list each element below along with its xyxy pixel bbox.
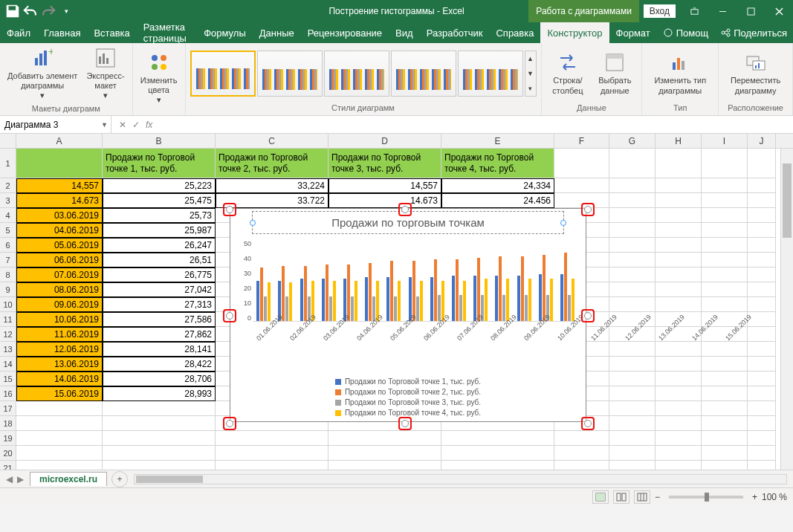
worksheet-grid[interactable]: ABCDEFGHIJ 1Продажи по Торговой точке 1,… bbox=[0, 134, 793, 470]
cell[interactable] bbox=[656, 386, 702, 401]
page-layout-view-icon[interactable] bbox=[613, 490, 629, 504]
cell[interactable]: 33,224 bbox=[216, 178, 328, 193]
cell[interactable] bbox=[16, 431, 103, 446]
redo-icon[interactable] bbox=[40, 3, 56, 19]
chart-styles-gallery[interactable]: ▲▼▾ bbox=[190, 51, 537, 97]
cell[interactable] bbox=[103, 461, 216, 470]
cell[interactable] bbox=[609, 297, 656, 312]
zoom-out-button[interactable]: − bbox=[655, 492, 660, 502]
row-header[interactable]: 17 bbox=[0, 401, 16, 416]
cell[interactable]: 07.06.2019 bbox=[16, 267, 103, 282]
ribbon-tab-3[interactable]: Разметка страницы bbox=[137, 22, 197, 43]
cell[interactable]: 14.673 bbox=[328, 193, 441, 208]
cell[interactable] bbox=[656, 253, 702, 267]
cell[interactable] bbox=[748, 372, 776, 386]
row-header[interactable]: 16 bbox=[0, 386, 16, 401]
cell[interactable] bbox=[656, 357, 702, 372]
cell[interactable]: 06.06.2019 bbox=[16, 253, 103, 267]
col-header[interactable]: A bbox=[16, 134, 103, 148]
cell[interactable] bbox=[748, 223, 776, 238]
cell[interactable]: 11.06.2019 bbox=[16, 327, 103, 342]
cell[interactable] bbox=[748, 149, 776, 178]
minimize-icon[interactable] bbox=[708, 0, 737, 22]
select-all-corner[interactable] bbox=[0, 134, 16, 148]
cell[interactable] bbox=[609, 223, 656, 238]
chart-resize-handle[interactable] bbox=[398, 417, 412, 430]
cell[interactable]: Продажи по Торговой точке 3, тыс. руб. bbox=[328, 149, 441, 178]
cell[interactable]: 24,334 bbox=[441, 178, 554, 193]
cell[interactable] bbox=[748, 446, 776, 461]
cell[interactable]: 28,141 bbox=[103, 342, 216, 357]
cell[interactable] bbox=[702, 386, 748, 401]
col-header[interactable]: F bbox=[554, 134, 609, 148]
cell[interactable] bbox=[16, 461, 103, 470]
cell[interactable] bbox=[103, 416, 216, 431]
cell[interactable] bbox=[328, 431, 441, 446]
gallery-scroll[interactable]: ▲▼▾ bbox=[525, 51, 537, 97]
row-header[interactable]: 1 bbox=[0, 149, 16, 178]
sheet-nav-next-icon[interactable]: ▶ bbox=[17, 474, 24, 484]
cell[interactable]: Продажи по Торговой точке 2, тыс. руб. bbox=[216, 149, 328, 178]
cell[interactable] bbox=[609, 193, 656, 208]
cell[interactable] bbox=[328, 461, 441, 470]
col-header[interactable]: D bbox=[328, 134, 441, 148]
move-chart-button[interactable]: Переместить диаграмму bbox=[723, 49, 788, 97]
cell[interactable] bbox=[748, 431, 776, 446]
cell[interactable] bbox=[748, 357, 776, 372]
cell[interactable] bbox=[656, 401, 702, 416]
cell[interactable] bbox=[656, 431, 702, 446]
row-header[interactable]: 5 bbox=[0, 223, 16, 238]
row-header[interactable]: 21 bbox=[0, 461, 16, 470]
cell[interactable] bbox=[656, 149, 702, 178]
ribbon-tab-1[interactable]: Главная bbox=[37, 22, 87, 43]
cell[interactable] bbox=[216, 431, 328, 446]
cell[interactable] bbox=[702, 149, 748, 178]
cell[interactable]: 27,042 bbox=[103, 282, 216, 297]
col-header[interactable]: I bbox=[702, 134, 748, 148]
horizontal-scrollbar[interactable] bbox=[134, 474, 787, 484]
cell[interactable] bbox=[103, 431, 216, 446]
fx-icon[interactable]: fx bbox=[146, 120, 152, 130]
undo-icon[interactable] bbox=[22, 3, 39, 19]
cell[interactable] bbox=[16, 416, 103, 431]
cell[interactable]: 04.06.2019 bbox=[16, 223, 103, 238]
cell[interactable] bbox=[609, 461, 656, 470]
add-sheet-button[interactable]: + bbox=[111, 471, 128, 487]
cell[interactable] bbox=[702, 342, 748, 357]
cell[interactable] bbox=[748, 178, 776, 193]
row-header[interactable]: 12 bbox=[0, 327, 16, 342]
enter-formula-icon[interactable]: ✓ bbox=[132, 120, 140, 130]
normal-view-icon[interactable] bbox=[592, 490, 609, 504]
cell[interactable]: 25,987 bbox=[103, 223, 216, 238]
ribbon-tab-5[interactable]: Данные bbox=[253, 22, 301, 43]
cell[interactable]: 10.06.2019 bbox=[16, 312, 103, 327]
chart-style-thumb[interactable] bbox=[257, 51, 323, 97]
cell[interactable] bbox=[441, 461, 554, 470]
cell[interactable]: Продажи по Торговой точке 1, тыс. руб. bbox=[103, 149, 216, 178]
chart-plot-area[interactable]: 50403020100 bbox=[253, 240, 578, 322]
cell[interactable] bbox=[554, 446, 609, 461]
cell[interactable] bbox=[702, 238, 748, 253]
row-header[interactable]: 19 bbox=[0, 431, 16, 446]
cell[interactable] bbox=[216, 461, 328, 470]
cell[interactable] bbox=[609, 208, 656, 223]
cell[interactable]: 13.06.2019 bbox=[16, 357, 103, 372]
cell[interactable] bbox=[216, 446, 328, 461]
cell[interactable] bbox=[103, 446, 216, 461]
cell[interactable] bbox=[16, 401, 103, 416]
row-header[interactable]: 3 bbox=[0, 193, 16, 208]
cell[interactable] bbox=[748, 312, 776, 327]
embedded-chart[interactable]: Продажи по торговым точкам 50403020100 0… bbox=[230, 208, 586, 422]
cell[interactable] bbox=[702, 416, 748, 431]
cell[interactable] bbox=[609, 372, 656, 386]
row-header[interactable]: 6 bbox=[0, 238, 16, 253]
cell[interactable] bbox=[554, 178, 609, 193]
cell[interactable] bbox=[702, 193, 748, 208]
cell[interactable] bbox=[702, 297, 748, 312]
share-button[interactable]: Поделиться bbox=[714, 22, 793, 43]
help-button[interactable]: Помощ bbox=[657, 22, 714, 43]
col-header[interactable]: C bbox=[216, 134, 328, 148]
cell[interactable]: 28,993 bbox=[103, 386, 216, 401]
change-colors-button[interactable]: Изменить цвета ▾ bbox=[137, 49, 181, 107]
chart-resize-handle[interactable] bbox=[581, 417, 595, 430]
